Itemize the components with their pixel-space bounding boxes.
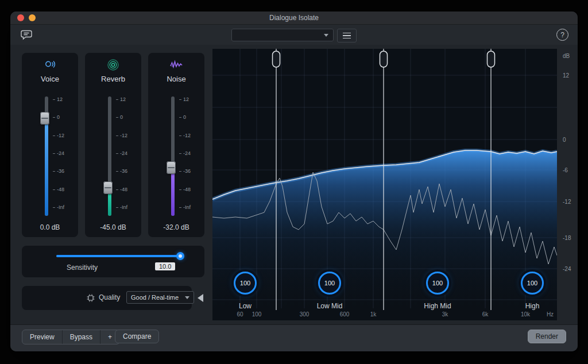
fader-tick: 0	[53, 115, 64, 120]
reverb-label: Reverb	[85, 75, 141, 83]
band-label-low-mid: Low Mid	[317, 302, 343, 310]
spectrum-canvas	[212, 49, 557, 320]
fader-tick: 0	[179, 115, 191, 120]
plugin-window: Dialogue Isolate ?	[10, 11, 578, 351]
db-label: -18	[563, 235, 571, 241]
fader-scale: 120-12-24-36-48-Inf	[179, 97, 191, 210]
voice-fader-handle[interactable]	[40, 112, 49, 125]
fader-tick: -36	[116, 169, 127, 174]
reverb-value: -45.0 dB	[85, 223, 141, 231]
feedback-button[interactable]	[20, 28, 33, 42]
band-label-low: Low	[239, 302, 252, 310]
voice-icon	[22, 57, 78, 73]
freq-label: Hz	[547, 311, 554, 317]
fader-scale: 120-12-24-36-48-Inf	[53, 97, 64, 210]
quality-select[interactable]: Good / Real-time	[126, 291, 194, 304]
freq-label: 600	[340, 311, 350, 317]
bottom-bar: Preview Bypass + Compare Render	[10, 324, 578, 351]
db-label: -6	[563, 167, 568, 173]
noise-module: Noise 120-12-24-36-48-Inf -32.0 dB	[148, 53, 204, 237]
sensitivity-slider-fill	[56, 255, 180, 257]
voice-fader-fill	[45, 118, 48, 216]
sensitivity-slider-handle[interactable]	[176, 252, 184, 260]
chat-bubble-icon	[20, 29, 33, 41]
window-title: Dialogue Isolate	[10, 14, 578, 22]
freq-label: 10k	[521, 311, 530, 317]
chevron-down-icon	[324, 34, 328, 37]
preset-select[interactable]	[231, 29, 334, 41]
noise-fader-fill	[171, 168, 175, 216]
fader-tick: -12	[179, 133, 191, 138]
render-button[interactable]: Render	[528, 330, 566, 343]
fader-tick: -36	[53, 169, 64, 174]
fader-scale: 120-12-24-36-48-Inf	[116, 97, 127, 210]
band-knob-high[interactable]: 100	[521, 272, 544, 295]
crossover-handle-3[interactable]	[488, 51, 495, 67]
reverb-fader-handle[interactable]	[103, 181, 113, 194]
fader-tick: -Inf	[179, 205, 191, 210]
fader-tick: -48	[53, 187, 64, 192]
toolbar: ?	[10, 25, 578, 45]
fader-tick: 0	[116, 115, 127, 120]
fader-tick: -Inf	[116, 205, 127, 210]
sensitivity-value[interactable]: 10.0	[155, 262, 175, 270]
band-knob-low[interactable]: 100	[234, 272, 257, 295]
preview-button[interactable]: Preview	[22, 330, 63, 344]
quality-value: Good / Real-time	[131, 294, 179, 301]
sensitivity-module: Sensitivity 10.0	[22, 246, 204, 277]
noise-fader-handle[interactable]	[167, 161, 176, 174]
collapse-panel-arrow[interactable]	[198, 294, 203, 302]
fader-tick: -12	[116, 133, 127, 138]
question-mark-icon: ?	[560, 31, 564, 39]
chevron-down-icon	[185, 296, 189, 299]
db-label: 12	[563, 72, 569, 79]
hamburger-icon	[343, 33, 351, 34]
freq-label: 100	[252, 311, 262, 317]
band-knob-low-mid[interactable]: 100	[318, 272, 341, 295]
db-label: -24	[563, 266, 571, 272]
fader-tick: -36	[179, 169, 191, 174]
freq-label: 60	[237, 311, 243, 317]
spectrum-plot[interactable]: 100Low100Low Mid100High Mid100High601003…	[212, 49, 557, 320]
freq-label: 6k	[482, 311, 489, 317]
sensitivity-slider[interactable]	[56, 255, 180, 257]
db-label: 0	[563, 137, 566, 143]
cpu-icon	[86, 293, 95, 305]
preset-controls	[231, 29, 357, 42]
band-label-high: High	[525, 302, 540, 310]
noise-value: -32.0 dB	[148, 223, 204, 231]
db-scale: dB120-6-12-18-24	[557, 49, 578, 320]
voice-module: Voice 120-12-24-36-48-Inf 0.0 dB	[22, 53, 78, 237]
transport-button-group: Preview Bypass +	[22, 330, 120, 344]
compare-button[interactable]: Compare	[115, 330, 159, 343]
bypass-button[interactable]: Bypass	[63, 330, 100, 344]
fader-tick: 12	[53, 97, 64, 102]
crossover-handle-2[interactable]	[380, 51, 388, 67]
freq-label: 1k	[370, 311, 377, 317]
crossover-handle-1[interactable]	[273, 51, 280, 67]
quality-label: Quality	[99, 293, 120, 301]
fader-tick: -Inf	[53, 205, 64, 210]
fader-tick: -24	[116, 151, 127, 156]
band-knob-high-mid[interactable]: 100	[426, 272, 449, 295]
quality-module: Quality Good / Real-time	[22, 286, 192, 310]
fader-tick: 12	[179, 97, 191, 102]
freq-label: 300	[300, 311, 310, 317]
voice-label: Voice	[22, 75, 78, 83]
freq-label: 3k	[442, 311, 448, 317]
main-content: Voice 120-12-24-36-48-Inf 0.0 dB Reverb …	[10, 45, 578, 325]
band-label-high-mid: High Mid	[424, 302, 451, 310]
titlebar[interactable]: Dialogue Isolate	[10, 11, 578, 25]
db-label: dB	[563, 53, 570, 59]
sensitivity-label: Sensitivity	[67, 264, 98, 272]
fader-tick: -48	[179, 187, 191, 192]
reverb-icon	[85, 57, 141, 73]
voice-value: 0.0 dB	[22, 223, 78, 231]
db-label: -12	[563, 199, 571, 205]
preset-menu-button[interactable]	[337, 29, 357, 42]
spectrum-analyzer: 100Low100Low Mid100High Mid100High601003…	[212, 49, 578, 320]
help-button[interactable]: ?	[556, 29, 568, 41]
fader-tick: -24	[179, 151, 191, 156]
reverb-module: Reverb 120-12-24-36-48-Inf -45.0 dB	[85, 53, 141, 237]
fader-tick: -48	[116, 187, 127, 192]
